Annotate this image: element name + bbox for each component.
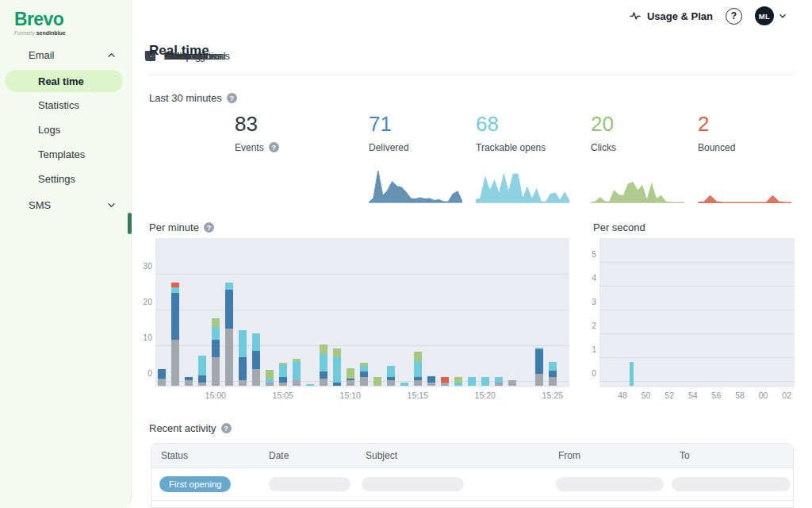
bar-segment-sent — [387, 380, 395, 386]
sidebar-item-label: Settings — [38, 173, 75, 185]
sparkline-clicks — [591, 167, 684, 206]
stat-value: 68 — [476, 113, 579, 136]
x-tick-label: 02 — [771, 391, 802, 400]
sparkline-bounced — [698, 167, 791, 206]
bar-segment-trackable_opens — [481, 377, 489, 386]
stat-label: Clicks — [591, 142, 694, 153]
per-second-chart — [599, 238, 795, 387]
per-second-label: Per second — [593, 221, 645, 233]
stacked-bar — [373, 238, 381, 387]
stat-clicks: 20Clicks — [591, 113, 694, 153]
bar-segment-clicks — [266, 370, 274, 379]
bar-segment-trackable_opens — [293, 361, 301, 381]
bar-segment-clicks — [347, 368, 354, 379]
bar-segment-delivered — [158, 369, 166, 379]
account-chevron-down-icon — [778, 11, 791, 21]
bar-segment-trackable_opens — [198, 356, 206, 375]
sparkline-delivered — [369, 167, 462, 206]
brevo-logo[interactable]: Brevo Formerlysendinblue — [0, 0, 131, 36]
sidebar: Brevo Formerlysendinblue HomeContactsCam… — [0, 0, 132, 508]
sidebar-item-label: Real time — [38, 75, 84, 87]
stacked-bar — [414, 238, 422, 387]
y-axis-label: 4 — [576, 272, 596, 283]
stacked-bar — [387, 238, 395, 387]
sidebar-item-email[interactable]: Email — [0, 41, 131, 68]
y-axis-label: 1 — [576, 344, 596, 355]
sidebar-nav: HomeContactsCampaignsAutomationsTransact… — [0, 41, 131, 218]
stacked-bar — [427, 238, 435, 387]
bar-segment-trackable_opens — [414, 361, 422, 377]
sidebar-item-logs[interactable]: Logs — [0, 117, 131, 142]
sidebar-item-templates[interactable]: Templates — [0, 142, 131, 167]
stat-value: 83 — [235, 113, 338, 136]
x-tick-label: 15:15 — [402, 391, 434, 400]
redacted-cell — [556, 477, 664, 491]
bar-segment-delivered — [535, 349, 543, 374]
help-icon[interactable]: ? — [269, 142, 279, 152]
bar-segment-sent — [320, 379, 327, 386]
bar-segment-sent — [427, 383, 435, 387]
stats-row: 83Events?71Delivered 68Trackable opens 2… — [132, 0, 812, 214]
page-title: Real time — [149, 43, 209, 59]
table-row[interactable] — [151, 501, 793, 508]
stacked-bar — [252, 238, 260, 387]
bar-segment-clicks — [454, 377, 462, 383]
redacted-cell — [269, 477, 350, 491]
app-root: Brevo Formerlysendinblue HomeContactsCam… — [0, 0, 812, 508]
bar-segment-delivered — [252, 351, 260, 369]
stat-label: Bounced — [698, 142, 801, 153]
usage-plan-label: Usage & Plan — [647, 10, 713, 22]
stat-events: 83Events? — [235, 113, 338, 153]
column-header-subject: Subject — [366, 444, 397, 468]
stacked-bar — [333, 238, 341, 387]
stat-label-text: Delivered — [369, 142, 409, 153]
usage-plan-button[interactable]: Usage & Plan — [629, 10, 713, 22]
x-tick-label: 15:00 — [200, 391, 232, 400]
bar-segment-clicks — [360, 363, 368, 367]
help-icon[interactable]: ? — [221, 423, 232, 433]
recent-activity-table: StatusDateSubjectFromTo First opening — [151, 443, 794, 508]
bar-segment-bounced — [441, 377, 449, 383]
help-icon[interactable]: ? — [227, 93, 237, 103]
stat-label-text: Events — [235, 142, 264, 153]
bar-segment-clicks — [414, 352, 422, 360]
gridline — [599, 333, 795, 334]
stat-label: Events? — [235, 142, 338, 153]
x-tick-label: 15:20 — [469, 391, 501, 400]
chevron-up-icon — [105, 48, 118, 62]
bar-segment-sent — [171, 340, 179, 387]
bar-segment-trackable_opens — [266, 379, 274, 383]
pulse-icon — [629, 10, 642, 22]
table-row[interactable]: First opening — [151, 468, 793, 501]
sidebar-item-settings[interactable]: Settings — [0, 167, 131, 191]
sidebar-item-statistics[interactable]: Statistics — [0, 93, 131, 117]
bar-segment-sent — [549, 377, 557, 386]
account-menu[interactable]: ML — [755, 6, 791, 25]
bar-segment-sent — [212, 357, 220, 386]
bar-segment-delivered — [347, 379, 354, 380]
bar-segment-clicks — [212, 318, 220, 327]
stacked-bar — [225, 238, 233, 387]
help-icon[interactable]: ? — [204, 222, 214, 233]
bar-segment-trackable_opens — [535, 348, 543, 349]
stacked-bar — [441, 238, 449, 387]
stacked-bar — [347, 238, 354, 387]
stacked-bar — [495, 238, 503, 387]
bar-segment-delivered — [549, 371, 557, 377]
stacked-bar — [239, 238, 247, 387]
bar-segment-trackable_opens — [306, 384, 314, 386]
stacked-bar — [158, 238, 166, 387]
sidebar-item-label: Templates — [38, 148, 85, 160]
sidebar-item-sms[interactable]: SMS — [0, 191, 131, 218]
sidebar-item-label: Statistics — [38, 99, 79, 111]
bar-segment-sent — [293, 380, 301, 386]
help-button[interactable]: ? — [726, 8, 742, 25]
bar-segment-clicks — [293, 359, 301, 360]
bar-segment-delivered — [387, 377, 395, 381]
y-axis-label: 10 — [132, 332, 152, 343]
sidebar-item-real-time[interactable]: Real time — [5, 70, 123, 92]
stat-label-text: Bounced — [698, 142, 735, 153]
bar-segment-sent — [360, 377, 368, 386]
gridline — [599, 357, 795, 358]
status-badge: First opening — [159, 476, 231, 492]
